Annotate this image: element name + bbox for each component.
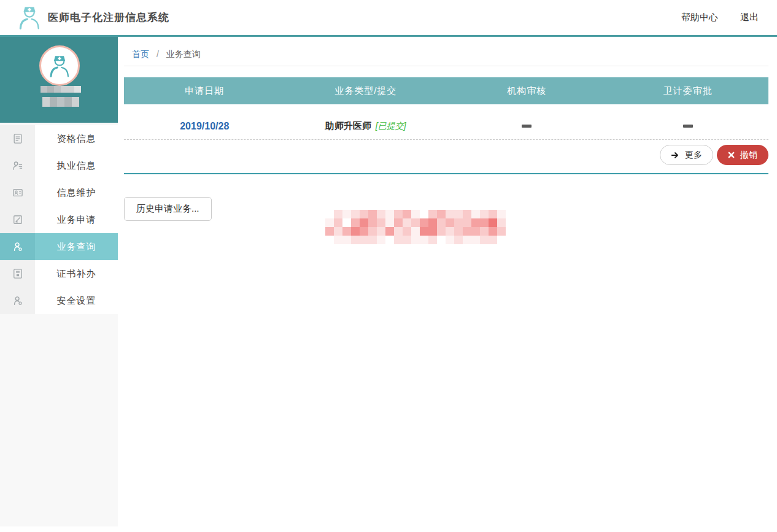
person-list-icon <box>0 152 35 179</box>
sidebar-item-label: 安全设置 <box>35 287 118 314</box>
help-center-link[interactable]: 帮助中心 <box>681 12 718 23</box>
table-header: 申请日期 业务类型/提交 机构审核 卫计委审批 <box>124 77 768 104</box>
breadcrumb-current: 业务查询 <box>166 49 201 59</box>
breadcrumb-home-link[interactable]: 首页 <box>132 49 149 59</box>
revoke-button-label: 撤销 <box>740 150 757 161</box>
main-content: 首页 / 业务查询 申请日期 业务类型/提交 机构审核 卫计委审批 2019/1… <box>118 37 777 532</box>
avatar <box>39 45 80 86</box>
top-header: 医师电子化注册信息系统 帮助中心 退出 <box>0 0 777 35</box>
commission-review-empty-mark <box>683 125 693 128</box>
sidebar-item-label: 业务申请 <box>35 206 118 233</box>
redacted-userid <box>42 97 79 107</box>
sidebar-item-certificate-reissue[interactable]: 证书补办 <box>0 260 118 287</box>
sidebar-item-label: 信息维护 <box>35 179 118 206</box>
id-card-icon <box>0 179 35 206</box>
business-type-text: 助师升医师 <box>325 120 371 132</box>
redacted-notice-text <box>325 210 506 244</box>
breadcrumb: 首页 / 业务查询 <box>124 37 768 66</box>
redacted-username <box>41 86 81 93</box>
sidebar-item-label: 资格信息 <box>35 125 118 152</box>
sidebar: 资格信息 执业信息 信息维护 业务申请 业务查询 证书补办 安全设置 <box>0 37 118 526</box>
history-business-button[interactable]: 历史申请业务... <box>124 197 212 221</box>
app-title: 医师电子化注册信息系统 <box>48 10 169 25</box>
person-gear-icon <box>0 287 35 314</box>
col-business-type: 业务类型/提交 <box>285 77 447 104</box>
doctor-logo-icon <box>16 3 43 31</box>
col-commission-approval: 卫计委审批 <box>608 77 769 104</box>
brand: 医师电子化注册信息系统 <box>16 3 169 31</box>
more-button[interactable]: 更多 <box>660 145 713 165</box>
document-icon <box>0 125 35 152</box>
sidebar-item-label: 执业信息 <box>35 152 118 179</box>
col-apply-date: 申请日期 <box>124 77 285 104</box>
logout-link[interactable]: 退出 <box>740 12 759 23</box>
sidebar-item-label: 业务查询 <box>35 233 118 260</box>
sidebar-item-info-maintenance[interactable]: 信息维护 <box>0 179 118 206</box>
sidebar-item-label: 证书补办 <box>35 260 118 287</box>
col-org-review: 机构审核 <box>446 77 608 104</box>
edit-icon <box>0 206 35 233</box>
sidebar-menu: 资格信息 执业信息 信息维护 业务申请 业务查询 证书补办 安全设置 <box>0 125 118 314</box>
doctor-avatar-icon <box>47 52 72 79</box>
sidebar-item-qualification[interactable]: 资格信息 <box>0 125 118 152</box>
table-row: 2019/10/28 助师升医师 [已提交] <box>124 104 768 140</box>
sidebar-item-security-settings[interactable]: 安全设置 <box>0 287 118 314</box>
org-review-empty-mark <box>522 125 532 128</box>
close-icon <box>728 152 735 158</box>
submit-status-badge: [已提交] <box>376 121 406 132</box>
row-actions: 更多 撤销 <box>124 145 768 174</box>
certificate-icon <box>0 260 35 287</box>
sidebar-item-business-query[interactable]: 业务查询 <box>0 233 118 260</box>
person-badge-icon <box>0 233 35 260</box>
sidebar-profile <box>0 37 118 123</box>
breadcrumb-separator: / <box>157 49 159 59</box>
top-links: 帮助中心 退出 <box>681 0 759 35</box>
revoke-button[interactable]: 撤销 <box>717 145 768 165</box>
apply-date-link[interactable]: 2019/10/28 <box>180 121 229 132</box>
sidebar-item-practice[interactable]: 执业信息 <box>0 152 118 179</box>
arrow-right-icon <box>671 151 679 160</box>
sidebar-item-business-apply[interactable]: 业务申请 <box>0 206 118 233</box>
more-button-label: 更多 <box>685 150 702 161</box>
